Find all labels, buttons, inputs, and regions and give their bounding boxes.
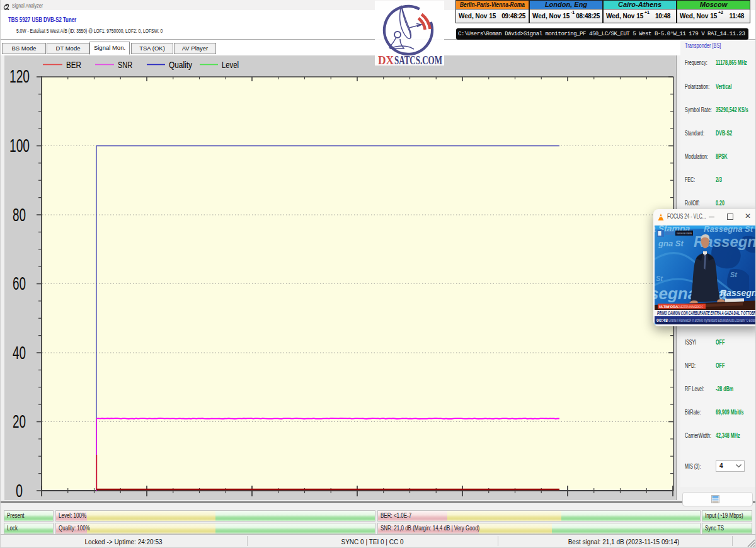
svg-text:Rassegna Sta: Rassegna Sta bbox=[720, 288, 756, 298]
svg-text:00:48: 00:48 bbox=[656, 318, 668, 323]
svg-text:100: 100 bbox=[9, 135, 30, 156]
svg-text:Girante Il Rainews24 in archiv: Girante Il Rainews24 in archivio Inymend… bbox=[668, 318, 756, 323]
svg-text:0: 0 bbox=[16, 480, 23, 500]
svg-text:Quality: Quality bbox=[169, 59, 192, 70]
svg-text:20: 20 bbox=[13, 411, 26, 431]
svg-text:SNR: SNR bbox=[118, 59, 132, 70]
svg-text:gna St: gna St bbox=[658, 239, 684, 248]
svg-text:80: 80 bbox=[13, 204, 26, 225]
svg-text:RASSEGNA STAMPA: RASSEGNA STAMPA bbox=[677, 232, 692, 235]
svg-text:DX: DX bbox=[378, 54, 394, 66]
svg-text:BER: BER bbox=[66, 59, 81, 70]
svg-text:PRIMO CAMION CON CARBURANTE EN: PRIMO CAMION CON CARBURANTE ENTRA A GAZA… bbox=[657, 310, 756, 316]
svg-text:120: 120 bbox=[9, 66, 30, 86]
svg-text:SATCS.COM: SATCS.COM bbox=[394, 54, 442, 66]
svg-text:Level: Level bbox=[222, 59, 239, 70]
svg-text:St: St bbox=[656, 275, 663, 282]
svg-text:40: 40 bbox=[13, 342, 26, 363]
svg-text:St: St bbox=[730, 271, 738, 278]
svg-text:60: 60 bbox=[13, 273, 26, 294]
